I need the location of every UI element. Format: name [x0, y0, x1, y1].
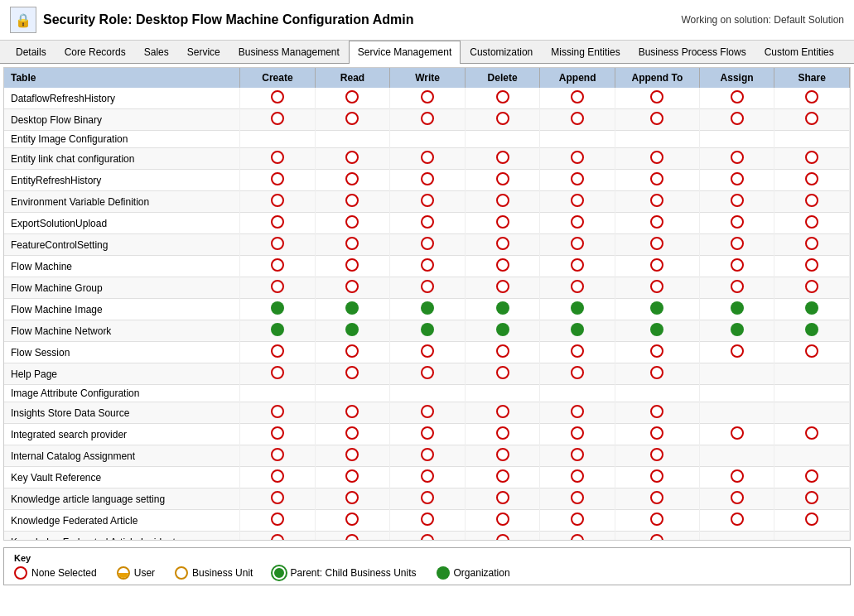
perm-cell[interactable] — [774, 320, 850, 342]
perm-none-icon[interactable] — [571, 112, 584, 125]
perm-none-icon[interactable] — [496, 534, 509, 541]
perm-cell[interactable] — [615, 299, 699, 320]
perm-cell[interactable] — [315, 191, 390, 213]
perm-none-icon[interactable] — [345, 258, 359, 272]
perm-none-icon[interactable] — [571, 344, 584, 358]
perm-none-icon[interactable] — [345, 344, 359, 358]
perm-cell[interactable] — [390, 342, 466, 363]
perm-none-icon[interactable] — [805, 426, 818, 440]
perm-cell[interactable] — [699, 234, 774, 256]
perm-none-icon[interactable] — [650, 469, 663, 483]
perm-none-icon[interactable] — [421, 344, 434, 358]
perm-cell[interactable] — [615, 424, 699, 445]
perm-org-icon[interactable] — [805, 323, 818, 336]
perm-cell[interactable] — [699, 510, 774, 532]
perm-cell[interactable] — [615, 510, 699, 532]
perm-none-icon[interactable] — [496, 513, 509, 526]
perm-none-icon[interactable] — [650, 258, 663, 272]
perm-none-icon[interactable] — [731, 344, 744, 358]
perm-cell[interactable] — [390, 213, 466, 234]
perm-cell[interactable] — [615, 191, 699, 213]
perm-cell[interactable] — [240, 148, 316, 170]
perm-cell[interactable] — [240, 299, 316, 320]
tab-details[interactable]: Details — [7, 41, 55, 63]
perm-cell[interactable] — [240, 342, 316, 363]
perm-none-icon[interactable] — [421, 405, 434, 418]
perm-none-icon[interactable] — [271, 194, 284, 207]
perm-none-icon[interactable] — [271, 112, 284, 125]
perm-cell[interactable] — [774, 213, 850, 234]
perm-none-icon[interactable] — [731, 491, 744, 504]
perm-cell[interactable] — [465, 363, 540, 385]
perm-none-icon[interactable] — [496, 491, 509, 504]
perm-cell[interactable] — [465, 532, 540, 541]
perm-parent-icon[interactable] — [273, 566, 286, 580]
perm-cell[interactable] — [315, 488, 390, 510]
perm-cell[interactable] — [315, 256, 390, 277]
perm-cell[interactable] — [615, 148, 699, 170]
tab-customization[interactable]: Customization — [461, 41, 542, 63]
perm-cell[interactable] — [540, 191, 615, 213]
perm-cell[interactable] — [699, 424, 774, 445]
tab-sales[interactable]: Sales — [135, 41, 178, 63]
perm-none-icon[interactable] — [805, 237, 818, 250]
tab-business-management[interactable]: Business Management — [229, 41, 349, 63]
perm-cell[interactable] — [699, 299, 774, 320]
perm-cell[interactable] — [465, 320, 540, 342]
perm-cell[interactable] — [699, 213, 774, 234]
perm-org-icon[interactable] — [437, 566, 450, 580]
perm-none-icon[interactable] — [731, 194, 744, 207]
perm-cell[interactable] — [390, 170, 466, 191]
perm-cell[interactable] — [240, 445, 316, 467]
perm-cell[interactable] — [240, 467, 316, 488]
perm-none-icon[interactable] — [421, 258, 434, 272]
perm-none-icon[interactable] — [731, 151, 744, 164]
perm-cell[interactable] — [774, 299, 850, 320]
perm-none-icon[interactable] — [271, 513, 284, 526]
perm-cell[interactable] — [615, 363, 699, 385]
perm-none-icon[interactable] — [731, 172, 744, 185]
perm-none-icon[interactable] — [650, 112, 663, 125]
perm-none-icon[interactable] — [571, 151, 584, 164]
perm-cell[interactable] — [315, 342, 390, 363]
perm-none-icon[interactable] — [650, 405, 663, 418]
perm-cell[interactable] — [390, 109, 466, 131]
perm-none-icon[interactable] — [421, 172, 434, 185]
perm-cell[interactable] — [540, 510, 615, 532]
perm-cell[interactable] — [615, 445, 699, 467]
perm-none-icon[interactable] — [496, 237, 509, 250]
perm-cell[interactable] — [465, 170, 540, 191]
perm-none-icon[interactable] — [805, 172, 818, 185]
perm-cell[interactable] — [465, 88, 540, 109]
perm-none-icon[interactable] — [571, 90, 584, 103]
perm-none-icon[interactable] — [496, 215, 509, 229]
perm-none-icon[interactable] — [650, 172, 663, 185]
perm-cell[interactable] — [699, 256, 774, 277]
perm-cell[interactable] — [540, 88, 615, 109]
perm-cell[interactable] — [465, 445, 540, 467]
perm-cell[interactable] — [465, 256, 540, 277]
tab-custom-entities[interactable]: Custom Entities — [755, 41, 843, 63]
perm-none-icon[interactable] — [271, 151, 284, 164]
perm-none-icon[interactable] — [496, 469, 509, 483]
perm-cell[interactable] — [774, 88, 850, 109]
perm-cell[interactable] — [315, 109, 390, 131]
perm-cell[interactable] — [315, 510, 390, 532]
perm-cell[interactable] — [615, 234, 699, 256]
perm-none-icon[interactable] — [805, 513, 818, 526]
perm-none-icon[interactable] — [571, 172, 584, 185]
tab-service-management[interactable]: Service Management — [349, 41, 461, 64]
perm-cell[interactable] — [315, 424, 390, 445]
perm-cell[interactable] — [240, 402, 316, 424]
perm-cell[interactable] — [615, 277, 699, 299]
perm-cell[interactable] — [240, 424, 316, 445]
perm-cell[interactable] — [774, 148, 850, 170]
perm-cell[interactable] — [615, 88, 699, 109]
perm-cell[interactable] — [615, 109, 699, 131]
perm-none-icon[interactable] — [571, 215, 584, 229]
perm-cell[interactable] — [315, 320, 390, 342]
perm-none-icon[interactable] — [271, 469, 284, 483]
perm-cell[interactable] — [540, 109, 615, 131]
perm-cell[interactable] — [615, 170, 699, 191]
perm-none-icon[interactable] — [805, 491, 818, 504]
